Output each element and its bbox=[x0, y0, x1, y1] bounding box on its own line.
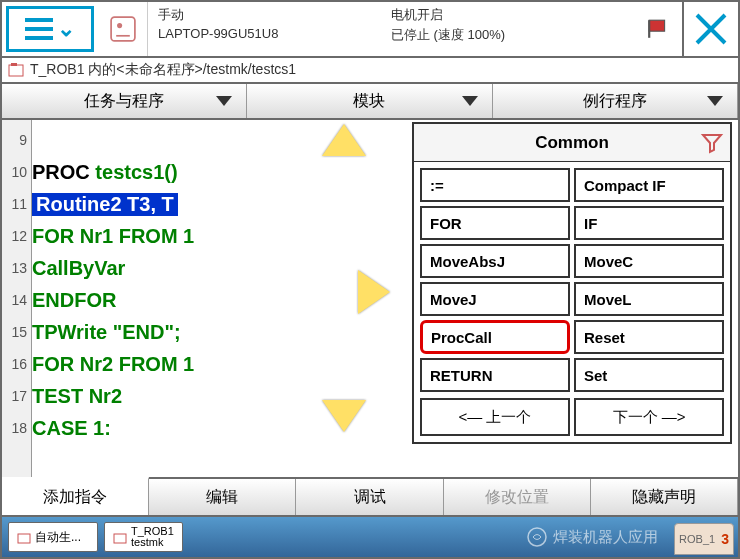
svg-rect-2 bbox=[649, 20, 664, 31]
tab-module[interactable]: 模块 bbox=[247, 84, 492, 118]
svg-rect-5 bbox=[11, 63, 17, 66]
task-auto[interactable]: 自动生... bbox=[8, 522, 98, 552]
arrow-down-icon[interactable] bbox=[322, 400, 366, 432]
taskbar: 自动生... T_ROB1testmk 焊装机器人应用 ROB_1 3 bbox=[2, 515, 738, 557]
cmd-if[interactable]: IF bbox=[574, 206, 724, 240]
prev-button[interactable]: <— 上一个 bbox=[420, 398, 570, 436]
svg-point-8 bbox=[528, 528, 546, 546]
status-area: 手动 LAPTOP-99GU51U8 电机开启 已停止 (速度 100%) bbox=[148, 2, 634, 56]
cmd-reset[interactable]: Reset bbox=[574, 320, 724, 354]
selected-code[interactable]: Routine2 T3, T bbox=[32, 193, 178, 216]
cmd-set[interactable]: Set bbox=[574, 358, 724, 392]
mode-label: 手动 bbox=[158, 6, 391, 26]
program-icon bbox=[8, 62, 26, 78]
hamburger-icon bbox=[25, 18, 53, 40]
cmd-movel[interactable]: MoveL bbox=[574, 282, 724, 316]
next-button[interactable]: 下一个 —> bbox=[574, 398, 724, 436]
tab-debug[interactable]: 调试 bbox=[296, 479, 443, 515]
task-icon bbox=[113, 530, 127, 544]
path-text: T_ROB1 内的<未命名程序>/testmk/testcs1 bbox=[30, 61, 296, 79]
watermark: 焊装机器人应用 bbox=[527, 527, 658, 547]
cmd-moveabsj[interactable]: MoveAbsJ bbox=[420, 244, 570, 278]
close-button[interactable] bbox=[682, 2, 738, 56]
dropdown-icon bbox=[462, 96, 478, 106]
panel-header[interactable]: Common bbox=[414, 124, 730, 162]
arrow-up-icon[interactable] bbox=[322, 124, 366, 156]
instruction-panel: Common := Compact IF FOR IF MoveAbsJ Mov… bbox=[412, 122, 732, 444]
tab-task[interactable]: 任务与程序 bbox=[2, 84, 247, 118]
svg-rect-6 bbox=[18, 534, 30, 543]
task-program[interactable]: T_ROB1testmk bbox=[104, 522, 183, 552]
cmd-movej[interactable]: MoveJ bbox=[420, 282, 570, 316]
device-label: LAPTOP-99GU51U8 bbox=[158, 26, 391, 46]
tab-add-instruction[interactable]: 添加指令 bbox=[2, 477, 149, 515]
svg-rect-7 bbox=[114, 534, 126, 543]
line-gutter: 9101112131415161718 bbox=[2, 120, 32, 477]
stopped-label: 已停止 (速度 100%) bbox=[391, 26, 624, 46]
corner-badge[interactable]: ROB_1 3 bbox=[674, 523, 734, 555]
tab-routine[interactable]: 例行程序 bbox=[493, 84, 738, 118]
dropdown-icon bbox=[707, 96, 723, 106]
cmd-for[interactable]: FOR bbox=[420, 206, 570, 240]
tab-edit[interactable]: 编辑 bbox=[149, 479, 296, 515]
arrow-right-icon[interactable] bbox=[358, 270, 390, 314]
cmd-movec[interactable]: MoveC bbox=[574, 244, 724, 278]
tab-hide-decl[interactable]: 隐藏声明 bbox=[591, 479, 738, 515]
flag-icon[interactable] bbox=[634, 2, 682, 56]
breadcrumb: T_ROB1 内的<未命名程序>/testmk/testcs1 bbox=[2, 58, 738, 84]
svg-rect-4 bbox=[9, 65, 23, 76]
cmd-assign[interactable]: := bbox=[420, 168, 570, 202]
cmd-proccall[interactable]: ProcCall bbox=[420, 320, 570, 354]
svg-rect-0 bbox=[111, 17, 135, 41]
motor-label: 电机开启 bbox=[391, 6, 624, 26]
menu-button[interactable]: ⌄ bbox=[6, 6, 94, 52]
task-icon bbox=[17, 530, 31, 544]
cmd-return[interactable]: RETURN bbox=[420, 358, 570, 392]
dropdown-icon bbox=[216, 96, 232, 106]
cmd-compactif[interactable]: Compact IF bbox=[574, 168, 724, 202]
tab-modpos: 修改位置 bbox=[444, 479, 591, 515]
svg-point-1 bbox=[117, 23, 122, 28]
chevron-down-icon: ⌄ bbox=[57, 16, 75, 42]
robot-icon bbox=[98, 2, 148, 56]
filter-icon[interactable] bbox=[700, 131, 724, 155]
